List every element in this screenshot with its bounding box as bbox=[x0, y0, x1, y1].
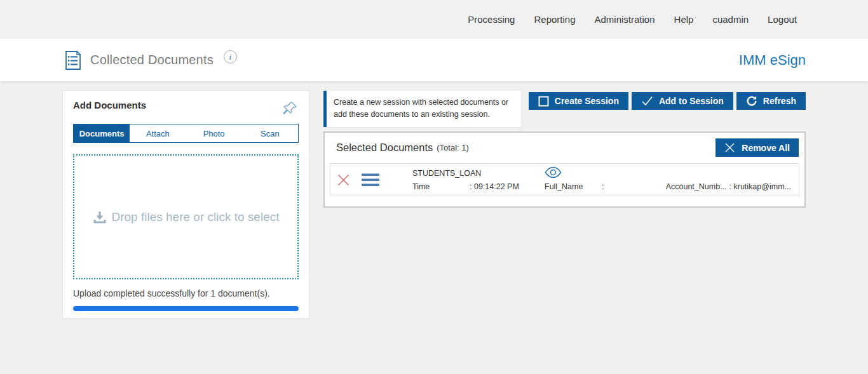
nav-help[interactable]: Help bbox=[674, 14, 694, 25]
upload-status-text: Upload completed successfully for 1 docu… bbox=[73, 288, 299, 298]
nav-logout[interactable]: Logout bbox=[768, 14, 797, 25]
drag-handle-icon[interactable] bbox=[362, 173, 379, 186]
create-session-label: Create Session bbox=[555, 96, 619, 106]
field-account-value: : krutikap@imm... bbox=[729, 182, 791, 191]
refresh-icon bbox=[746, 95, 757, 107]
field-fullname-label: Full_Name bbox=[545, 182, 602, 191]
add-to-session-button[interactable]: Add to Session bbox=[632, 92, 733, 110]
selected-documents-panel: Selected Documents (Total: 1) Remove All… bbox=[323, 131, 806, 208]
nav-user-cuadmin[interactable]: cuadmin bbox=[712, 14, 749, 25]
field-fullname-value: : bbox=[602, 182, 604, 191]
tab-photo[interactable]: Photo bbox=[186, 124, 242, 142]
nav-reporting[interactable]: Reporting bbox=[534, 14, 575, 25]
pin-icon[interactable] bbox=[282, 100, 299, 116]
dropzone-label: Drop files here or click to select bbox=[112, 210, 280, 224]
remove-document-icon[interactable] bbox=[337, 173, 350, 187]
refresh-button[interactable]: Refresh bbox=[736, 92, 806, 110]
field-time-value: : 09:14:22 PM bbox=[470, 182, 545, 191]
session-action-buttons: Create Session Add to Session Refresh bbox=[529, 92, 806, 110]
field-account-label: Account_Numb... bbox=[666, 182, 727, 191]
download-icon bbox=[93, 210, 107, 224]
top-nav: Processing Reporting Administration Help… bbox=[0, 0, 868, 39]
upload-progress-fill bbox=[73, 306, 299, 311]
add-documents-tabs: Documents Attach Photo Scan bbox=[73, 124, 299, 143]
main-content: Add Documents Documents Attach Photo Sca… bbox=[0, 81, 868, 374]
page-title: Collected Documents bbox=[90, 53, 214, 67]
nav-processing[interactable]: Processing bbox=[468, 14, 515, 25]
remove-all-button[interactable]: Remove All bbox=[715, 138, 799, 157]
selected-documents-total: (Total: 1) bbox=[437, 143, 469, 152]
square-icon bbox=[538, 96, 549, 107]
brand-logo: IMM eSign bbox=[739, 52, 806, 69]
document-row: STUDENTS_LOAN Time : 09:14:22 PM Full_Na… bbox=[330, 163, 799, 196]
tab-documents[interactable]: Documents bbox=[74, 124, 130, 142]
remove-all-x-icon bbox=[724, 142, 735, 153]
add-documents-panel: Add Documents Documents Attach Photo Sca… bbox=[62, 90, 309, 319]
selected-documents-title: Selected Documents bbox=[336, 142, 433, 154]
page-header: Collected Documents i IMM eSign bbox=[0, 39, 868, 81]
collected-documents-icon bbox=[64, 50, 83, 70]
info-icon[interactable]: i bbox=[224, 50, 237, 63]
add-documents-title: Add Documents bbox=[73, 100, 146, 110]
check-icon bbox=[641, 96, 653, 106]
session-info-message: Create a new session with selected docum… bbox=[323, 91, 521, 127]
create-session-button[interactable]: Create Session bbox=[529, 92, 628, 110]
remove-all-label: Remove All bbox=[742, 143, 790, 153]
refresh-label: Refresh bbox=[763, 96, 796, 106]
file-dropzone[interactable]: Drop files here or click to select bbox=[73, 154, 299, 279]
preview-eye-icon[interactable] bbox=[545, 166, 562, 178]
upload-progress-bar bbox=[73, 306, 299, 311]
field-time-label: Time bbox=[412, 182, 470, 191]
document-name: STUDENTS_LOAN bbox=[412, 169, 545, 178]
nav-administration[interactable]: Administration bbox=[595, 14, 655, 25]
add-to-session-label: Add to Session bbox=[659, 96, 724, 106]
tab-scan[interactable]: Scan bbox=[242, 124, 298, 142]
tab-attach[interactable]: Attach bbox=[130, 124, 186, 142]
